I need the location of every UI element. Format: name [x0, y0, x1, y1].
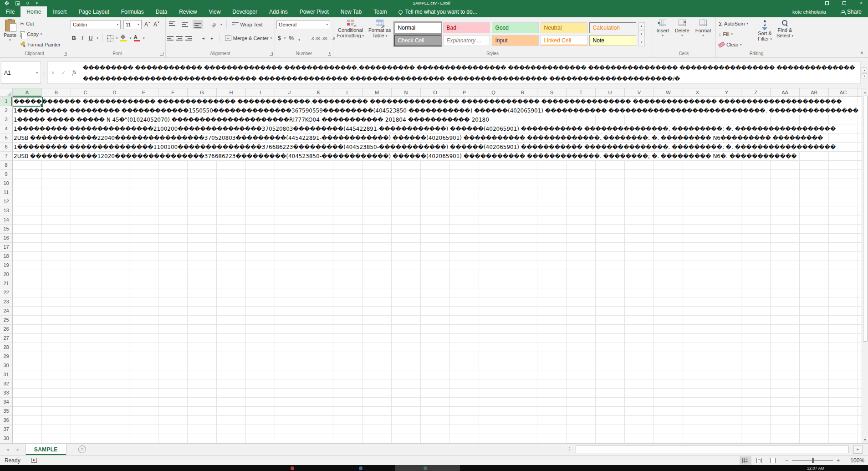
sort-filter-button[interactable]: AZ Sort & Filter ▾: [756, 18, 774, 51]
tab-home[interactable]: Home: [20, 6, 47, 17]
vertical-scrollbar[interactable]: ▲ ▼: [862, 88, 868, 443]
find-select-button[interactable]: Find & Select ▾: [774, 18, 796, 51]
column-header-D[interactable]: D: [100, 88, 129, 97]
confirm-entry-icon[interactable]: ✓: [61, 70, 66, 76]
tab-new-tab[interactable]: New Tab: [335, 6, 368, 17]
conditional-formatting-button[interactable]: ≠ Conditional Formatting ▾: [335, 18, 366, 51]
format-as-table-button[interactable]: Format as Table ▾: [366, 18, 393, 51]
grid-row-17[interactable]: [13, 243, 862, 252]
row-header-35[interactable]: 35: [0, 407, 12, 416]
increase-font-size-button[interactable]: A▲: [144, 21, 151, 28]
row-header-6[interactable]: 6: [0, 143, 12, 152]
column-header-L[interactable]: L: [333, 88, 363, 97]
column-header-A[interactable]: A: [13, 88, 42, 97]
scroll-down-icon[interactable]: ▼: [862, 436, 868, 443]
grid-row-16[interactable]: [13, 234, 862, 243]
orientation-icon[interactable]: ab: [210, 20, 219, 29]
fill-color-icon[interactable]: [120, 35, 127, 41]
grid-row-1[interactable]: ������������ ������������� �������������…: [13, 97, 862, 106]
grid-row-32[interactable]: [13, 379, 862, 389]
paste-button[interactable]: Paste ▾: [1, 18, 19, 51]
comma-format-button[interactable]: ,: [297, 35, 301, 41]
row-header-33[interactable]: 33: [0, 389, 12, 398]
row-header-16[interactable]: 16: [0, 234, 12, 243]
insert-cells-button[interactable]: ► Insert ▾: [654, 18, 671, 51]
row-header-29[interactable]: 29: [0, 352, 12, 361]
row-header-25[interactable]: 25: [0, 316, 12, 325]
grid-row-7[interactable]: 2USB ������������12020����������������37…: [13, 152, 862, 161]
decrease-indent-button[interactable]: ◄: [200, 34, 206, 43]
style-bad[interactable]: Bad: [443, 22, 490, 33]
zoom-in-icon[interactable]: +: [837, 457, 840, 464]
formula-bar-scroll-down-icon[interactable]: ▾: [862, 73, 867, 78]
undo-icon[interactable]: ↺: [26, 1, 30, 5]
tab-view[interactable]: View: [203, 6, 227, 17]
column-header-B[interactable]: B: [42, 88, 71, 97]
page-layout-view-button[interactable]: [753, 456, 765, 465]
row-header-30[interactable]: 30: [0, 361, 12, 370]
grid-row-9[interactable]: [13, 170, 862, 179]
row-header-26[interactable]: 26: [0, 325, 12, 334]
grid-row-11[interactable]: [13, 188, 862, 197]
format-painter-button[interactable]: Format Painter: [19, 40, 62, 49]
grid-row-35[interactable]: [13, 407, 862, 416]
middle-align-button[interactable]: [180, 20, 190, 29]
grid-row-23[interactable]: [13, 297, 862, 307]
clear-button[interactable]: Clear ▾: [717, 40, 756, 49]
fill-button[interactable]: ↓ Fill ▾: [717, 30, 756, 39]
style-neutral[interactable]: Neutral: [541, 22, 587, 33]
paste-dropdown-icon[interactable]: ▾: [9, 38, 11, 42]
taskbar-active-app[interactable]: [395, 465, 460, 471]
merge-center-button[interactable]: ↔ Merge & Center ▾: [224, 34, 273, 43]
wrap-text-button[interactable]: ↩ Wrap Text: [231, 20, 264, 29]
row-header-27[interactable]: 27: [0, 334, 12, 343]
row-header-10[interactable]: 10: [0, 179, 12, 188]
row-header-31[interactable]: 31: [0, 370, 12, 379]
style-calculation[interactable]: Calculation: [589, 22, 636, 33]
row-header-17[interactable]: 17: [0, 243, 12, 252]
font-dialog-launcher[interactable]: [160, 52, 163, 56]
italic-button[interactable]: I: [80, 35, 85, 42]
row-header-36[interactable]: 36: [0, 416, 12, 425]
tab-data[interactable]: Data: [150, 6, 173, 17]
column-header-Z[interactable]: Z: [741, 88, 771, 97]
percent-format-button[interactable]: %: [287, 35, 295, 41]
grid-row-33[interactable]: [13, 389, 862, 398]
grid-row-22[interactable]: [13, 288, 862, 297]
insert-function-icon[interactable]: fx: [72, 69, 77, 76]
row-header-9[interactable]: 9: [0, 170, 12, 179]
column-header-AB[interactable]: AB: [800, 88, 829, 97]
grid-row-27[interactable]: [13, 334, 862, 343]
merge-dropdown-icon[interactable]: ▾: [271, 36, 272, 40]
grid-row-31[interactable]: [13, 370, 862, 379]
column-header-K[interactable]: K: [304, 88, 333, 97]
row-header-19[interactable]: 19: [0, 261, 12, 270]
new-sheet-icon[interactable]: +: [78, 445, 86, 453]
horizontal-scroll-right-icon[interactable]: ►: [853, 445, 863, 454]
number-dialog-launcher[interactable]: [328, 52, 331, 56]
decrease-font-size-button[interactable]: A▼: [153, 21, 160, 28]
cells-area[interactable]: ������������ ������������� �������������…: [13, 97, 862, 443]
column-header-J[interactable]: J: [275, 88, 304, 97]
scroll-up-icon[interactable]: ▲: [862, 88, 868, 96]
tab-insert[interactable]: Insert: [47, 6, 72, 17]
row-header-1[interactable]: 1: [0, 97, 12, 106]
save-icon[interactable]: [15, 1, 20, 5]
select-all-corner[interactable]: [0, 88, 13, 97]
ribbon-display-options-icon[interactable]: [825, 1, 829, 5]
column-header-U[interactable]: U: [596, 88, 625, 97]
page-break-view-button[interactable]: [767, 456, 779, 465]
grid-row-19[interactable]: [13, 261, 862, 270]
tab-page-layout[interactable]: Page Layout: [72, 6, 115, 17]
column-header-R[interactable]: R: [508, 88, 537, 97]
column-header-Y[interactable]: Y: [712, 88, 741, 97]
column-header-W[interactable]: W: [654, 88, 683, 97]
grid-row-13[interactable]: [13, 206, 862, 215]
taskbar-app-icon[interactable]: [291, 466, 294, 470]
tab-file[interactable]: File: [0, 6, 20, 17]
excel-app-icon[interactable]: X: [5, 1, 9, 5]
style-good[interactable]: Good: [492, 22, 539, 33]
grid-row-29[interactable]: [13, 352, 862, 361]
cancel-entry-icon[interactable]: ×: [51, 70, 54, 76]
grid-row-34[interactable]: [13, 398, 862, 407]
